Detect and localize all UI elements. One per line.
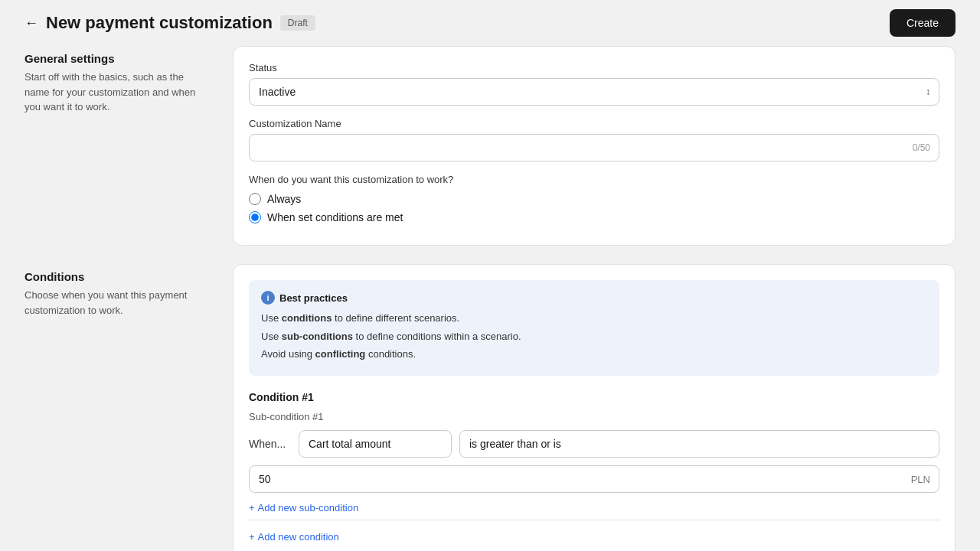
general-settings-description: Start off with the basics, such as the n… [24,70,208,115]
customization-name-count: 0/50 [913,142,930,153]
conditions-description: Choose when you want this payment custom… [24,288,208,318]
best-practices-line-1: Use conditions to define different scena… [261,311,927,326]
comparator-select-wrapper: is greater than or is [459,430,939,458]
when-question: When do you want this customization to w… [249,174,939,185]
status-group: Status Inactive Active ↕ [249,62,939,106]
status-select-wrapper: Inactive Active ↕ [249,78,939,106]
best-practices-title: Best practices [279,292,348,304]
conditions-info-box: i Best practices Use conditions to defin… [249,280,939,376]
radio-always-label: Always [267,193,301,205]
customization-name-group: Customization Name 0/50 [249,118,939,161]
customization-name-label: Customization Name [249,118,939,129]
condition-1-header: Condition #1 [249,391,939,403]
top-bar-left: ← New payment customization Draft [24,13,315,33]
status-select[interactable]: Inactive Active [249,78,939,106]
add-subcondition-plus-icon: + [249,502,255,514]
add-condition-link[interactable]: + Add new condition [249,531,939,543]
cart-total-select-wrapper: Cart total amount [299,430,452,458]
when-row: When... Cart total amount is greater tha… [249,430,939,458]
customization-name-wrapper: 0/50 [249,134,939,161]
when-label: When... [249,438,291,450]
add-subcondition-label: Add new sub-condition [258,502,359,514]
add-condition-label: Add new condition [258,531,339,543]
info-icon: i [261,291,275,305]
general-settings-section: General settings Start off with the basi… [24,46,956,246]
radio-conditions-label: When set conditions are met [267,211,403,223]
customization-name-input[interactable] [249,134,939,161]
radio-always-option[interactable]: Always [249,193,939,205]
value-input-wrapper: PLN [249,465,939,493]
cart-total-select[interactable]: Cart total amount [299,430,452,458]
general-settings-heading: General settings [24,52,208,65]
status-label: Status [249,62,939,73]
conditions-left: Conditions Choose when you want this pay… [24,264,208,551]
best-practices-line-3: Avoid using conflicting conditions. [261,347,927,362]
draft-badge: Draft [280,15,315,31]
add-subcondition-link[interactable]: + Add new sub-condition [249,502,939,514]
conditions-section: Conditions Choose when you want this pay… [24,264,956,551]
page-title: New payment customization [46,13,273,33]
info-box-header: i Best practices [261,291,927,305]
create-button[interactable]: Create [890,9,956,37]
add-condition-plus-icon: + [249,531,255,543]
subcondition-1-header: Sub-condition #1 [249,411,939,422]
best-practices-line-2: Use sub-conditions to define conditions … [261,329,927,344]
top-bar: ← New payment customization Draft Create [0,0,980,46]
currency-badge: PLN [911,473,930,484]
conditions-heading: Conditions [24,270,208,283]
general-settings-left: General settings Start off with the basi… [24,46,208,246]
conditions-divider [249,520,939,520]
radio-always-input[interactable] [249,193,261,205]
radio-conditions-input[interactable] [249,211,261,223]
comparator-select[interactable]: is greater than or is [459,430,939,458]
back-button[interactable]: ← [24,15,38,31]
radio-conditions-option[interactable]: When set conditions are met [249,211,939,223]
value-input[interactable] [249,465,939,493]
main-content: General settings Start off with the basi… [0,46,980,551]
conditions-panel: i Best practices Use conditions to defin… [233,264,956,551]
general-settings-panel: Status Inactive Active ↕ Customization N… [233,46,956,246]
when-radio-group: When do you want this customization to w… [249,174,939,223]
